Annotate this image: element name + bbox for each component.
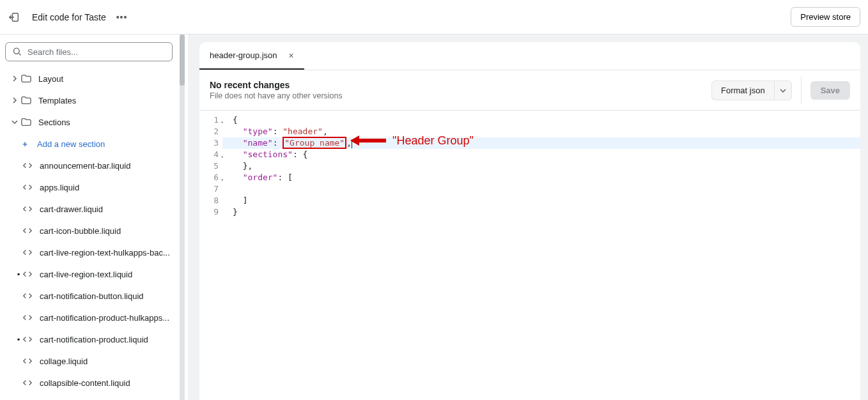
page-title: Edit code for Taste bbox=[32, 12, 106, 22]
save-button: Save bbox=[810, 81, 850, 100]
folder-icon bbox=[20, 74, 32, 83]
file-item[interactable]: •cart-notification-product.liquid bbox=[4, 328, 174, 350]
search-input[interactable]: Search files... bbox=[5, 42, 173, 61]
code-icon bbox=[22, 248, 33, 257]
modified-dot-icon: • bbox=[15, 335, 22, 344]
code-icon bbox=[22, 335, 33, 344]
file-item[interactable]: cart-drawer.liquid bbox=[4, 198, 174, 220]
tab-label: header-group.json bbox=[210, 50, 277, 60]
file-label: cart-icon-bubble.liquid bbox=[40, 226, 121, 236]
file-label: cart-notification-product.liquid bbox=[40, 335, 148, 344]
format-json-button[interactable]: Format json bbox=[711, 81, 774, 100]
chevron-right-icon bbox=[10, 97, 19, 104]
folder-label: Sections bbox=[38, 118, 70, 127]
divider bbox=[801, 77, 802, 104]
search-placeholder: Search files... bbox=[27, 47, 78, 57]
format-dropdown-button[interactable] bbox=[774, 81, 792, 100]
file-item[interactable]: cart-icon-bubble.liquid bbox=[4, 220, 174, 242]
code-icon bbox=[22, 291, 33, 300]
file-item[interactable]: •cart-live-region-text.liquid bbox=[4, 263, 174, 285]
annotation-text: "Header Group" bbox=[392, 135, 474, 146]
file-label: collage.liquid bbox=[40, 357, 88, 366]
plus-icon: + bbox=[19, 139, 31, 149]
status-title: No recent changes bbox=[210, 80, 343, 90]
highlighted-value: "Group name" bbox=[283, 137, 346, 149]
code-icon bbox=[22, 183, 33, 192]
file-label: announcement-bar.liquid bbox=[40, 161, 130, 171]
code-icon bbox=[22, 161, 33, 170]
folder-layout[interactable]: Layout bbox=[4, 68, 174, 89]
sidebar: Search files... Layout Templates Section… bbox=[0, 35, 178, 400]
file-item[interactable]: cart-notification-product-hulkapps... bbox=[4, 307, 174, 328]
sidebar-scrollbar[interactable] bbox=[178, 35, 188, 400]
add-label: Add a new section bbox=[37, 139, 105, 149]
file-item[interactable]: cart-live-region-text-hulkapps-bac... bbox=[4, 242, 174, 263]
file-label: cart-live-region-text.liquid bbox=[40, 270, 132, 279]
svg-point-1 bbox=[13, 48, 19, 54]
file-item[interactable]: collage.liquid bbox=[4, 350, 174, 372]
code-editor[interactable]: 1▾234▾56▾789 { "type": "header", "name":… bbox=[199, 111, 860, 400]
tabbar: header-group.json × bbox=[199, 42, 860, 70]
modified-dot-icon: • bbox=[15, 270, 22, 279]
more-icon[interactable]: ••• bbox=[116, 12, 128, 22]
svg-marker-3 bbox=[350, 135, 359, 146]
status-subtitle: File does not have any other versions bbox=[210, 91, 343, 100]
file-item[interactable]: cart-notification-button.liquid bbox=[4, 285, 174, 307]
file-label: apps.liquid bbox=[40, 183, 79, 192]
file-label: cart-notification-product-hulkapps... bbox=[40, 313, 169, 323]
svg-rect-2 bbox=[358, 139, 386, 142]
annotation-arrow: "Header Group" bbox=[350, 134, 474, 147]
file-label: cart-live-region-text-hulkapps-bac... bbox=[40, 248, 170, 258]
chevron-down-icon bbox=[10, 119, 19, 125]
file-item[interactable]: collapsible-content.liquid bbox=[4, 372, 174, 394]
code-icon bbox=[22, 204, 33, 213]
preview-store-button[interactable]: Preview store bbox=[791, 7, 860, 27]
code-icon bbox=[22, 226, 33, 235]
code-icon bbox=[22, 357, 33, 365]
topbar: Edit code for Taste ••• Preview store bbox=[0, 0, 868, 35]
file-label: collapsible-content.liquid bbox=[40, 378, 130, 388]
folder-label: Templates bbox=[38, 96, 76, 105]
close-icon[interactable]: × bbox=[289, 50, 294, 61]
editor-area: header-group.json × No recent changes Fi… bbox=[188, 35, 868, 400]
file-item[interactable]: announcement-bar.liquid bbox=[4, 155, 174, 176]
code-icon bbox=[22, 270, 33, 279]
file-item[interactable]: apps.liquid bbox=[4, 176, 174, 198]
add-new-section[interactable]: + Add a new section bbox=[4, 133, 174, 155]
folder-label: Layout bbox=[38, 74, 63, 84]
scrollbar-thumb[interactable] bbox=[180, 35, 185, 86]
folder-templates[interactable]: Templates bbox=[4, 89, 174, 111]
folder-icon bbox=[20, 96, 32, 105]
file-label: cart-notification-button.liquid bbox=[40, 291, 144, 301]
file-label: cart-drawer.liquid bbox=[40, 204, 103, 214]
code-content[interactable]: { "type": "header", "name": "Group name"… bbox=[222, 111, 860, 400]
code-icon bbox=[22, 378, 33, 387]
folder-sections[interactable]: Sections bbox=[4, 111, 174, 133]
folder-icon bbox=[20, 118, 32, 127]
exit-icon[interactable] bbox=[8, 11, 20, 24]
chevron-right-icon bbox=[10, 75, 19, 82]
line-gutter: 1▾234▾56▾789 bbox=[199, 111, 222, 400]
code-icon bbox=[22, 313, 33, 322]
tab-header-group[interactable]: header-group.json × bbox=[199, 42, 304, 70]
status-bar: No recent changes File does not have any… bbox=[199, 70, 860, 111]
